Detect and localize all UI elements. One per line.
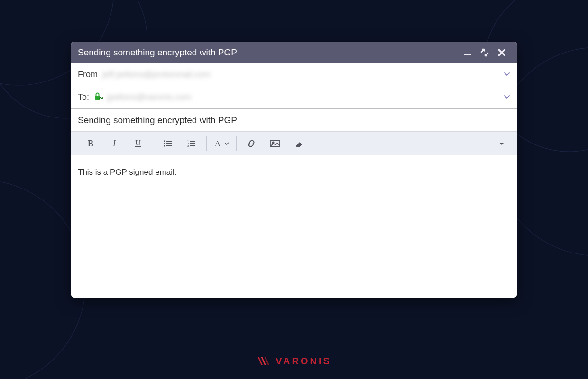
more-dropdown-button[interactable] bbox=[491, 134, 512, 153]
to-field-row: To: jpeltons@varonis.com bbox=[71, 86, 517, 109]
svg-point-15 bbox=[164, 145, 165, 146]
email-body-editor[interactable]: This is a PGP signed email. bbox=[71, 155, 517, 298]
from-value[interactable]: jeff.peltons@protonmail.com bbox=[102, 70, 499, 80]
svg-rect-16 bbox=[166, 145, 172, 146]
link-button[interactable] bbox=[239, 134, 263, 153]
compose-window: Sending something encrypted with PGP Fro… bbox=[71, 42, 517, 298]
brand-logo: VARONIS bbox=[257, 355, 331, 367]
svg-rect-10 bbox=[135, 146, 141, 147]
numbered-list-button[interactable]: 1 2 3 bbox=[180, 134, 203, 153]
svg-text:3: 3 bbox=[187, 144, 189, 147]
maximize-button[interactable] bbox=[476, 48, 493, 57]
font-dropdown-button[interactable]: A bbox=[210, 134, 233, 153]
subject-text: Sending something encrypted with PGP bbox=[78, 115, 237, 126]
close-button[interactable] bbox=[493, 48, 510, 57]
from-expand-button[interactable] bbox=[499, 70, 510, 80]
minimize-button[interactable] bbox=[459, 48, 476, 57]
chevron-down-icon bbox=[504, 71, 510, 77]
italic-button[interactable]: I bbox=[102, 134, 126, 153]
svg-rect-5 bbox=[464, 54, 471, 55]
lock-sign-icon bbox=[94, 92, 104, 102]
bold-button[interactable]: B bbox=[79, 134, 102, 153]
caret-down-icon bbox=[498, 140, 505, 147]
image-button[interactable] bbox=[263, 134, 287, 153]
editor-toolbar: B I U 1 2 3 bbox=[71, 132, 517, 155]
chevron-down-icon bbox=[504, 93, 510, 100]
svg-rect-22 bbox=[190, 145, 195, 146]
svg-rect-18 bbox=[190, 141, 195, 142]
underline-button[interactable]: U bbox=[126, 134, 150, 153]
to-expand-button[interactable] bbox=[499, 92, 510, 102]
svg-rect-14 bbox=[166, 143, 172, 144]
bullet-list-button[interactable] bbox=[156, 134, 180, 153]
svg-rect-20 bbox=[190, 143, 195, 144]
svg-point-13 bbox=[164, 143, 165, 144]
window-title: Sending something encrypted with PGP bbox=[78, 47, 459, 58]
from-label: From bbox=[78, 70, 98, 80]
chevron-down-icon bbox=[224, 141, 229, 146]
svg-point-11 bbox=[164, 140, 165, 142]
svg-text:I: I bbox=[112, 139, 116, 148]
svg-text:A: A bbox=[215, 139, 221, 148]
brand-name: VARONIS bbox=[276, 356, 331, 367]
svg-text:U: U bbox=[135, 139, 141, 147]
svg-rect-6 bbox=[95, 96, 100, 100]
from-field-row: From jeff.peltons@protonmail.com bbox=[71, 63, 517, 86]
body-text: This is a PGP signed email. bbox=[78, 168, 177, 177]
svg-rect-12 bbox=[166, 141, 172, 142]
window-titlebar: Sending something encrypted with PGP bbox=[71, 42, 517, 63]
to-label: To: bbox=[78, 92, 89, 102]
varonis-mark-icon bbox=[257, 355, 271, 367]
subject-field[interactable]: Sending something encrypted with PGP bbox=[71, 109, 517, 132]
svg-text:B: B bbox=[88, 139, 93, 148]
eraser-button[interactable] bbox=[287, 134, 311, 153]
to-value[interactable]: jpeltons@varonis.com bbox=[107, 92, 499, 102]
